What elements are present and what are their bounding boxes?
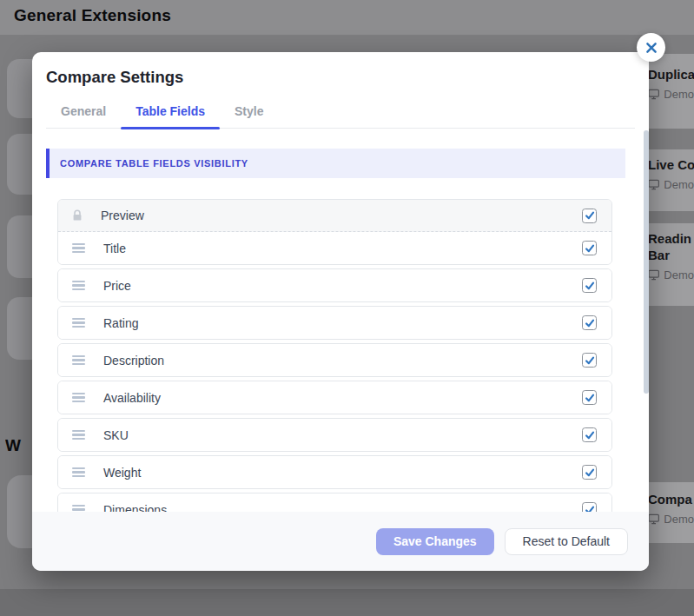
field-checkbox[interactable] [582, 315, 597, 330]
field-checkbox[interactable] [582, 241, 597, 255]
field-card: SKU [57, 418, 612, 452]
modal-title: Compare Settings [32, 52, 649, 97]
field-row-weight[interactable]: Weight [58, 456, 611, 488]
field-checkbox[interactable] [582, 353, 597, 368]
checkmark-icon [585, 243, 595, 254]
background-card-title: Duplica [648, 66, 694, 83]
field-row-sku[interactable]: SKU [58, 419, 611, 451]
checkmark-icon [585, 430, 595, 440]
field-row-price[interactable]: Price [58, 269, 611, 301]
field-checkbox[interactable] [582, 278, 597, 293]
section-banner-label: COMPARE TABLE FIELDS VISIBILITY [60, 158, 248, 169]
field-label: Rating [103, 316, 582, 330]
tab-bar: General Table Fields Style [46, 97, 635, 129]
drag-handle-icon[interactable] [72, 355, 85, 365]
field-row-availability[interactable]: Availability [58, 381, 611, 414]
compare-settings-modal: Compare Settings General Table Fields St… [32, 52, 649, 571]
background-card-demo: Demo [648, 268, 694, 282]
monitor-icon [648, 513, 659, 525]
field-card: Description [57, 343, 612, 377]
demo-label: Demo [664, 513, 694, 526]
background-card-title: Compa [648, 491, 694, 507]
field-checkbox[interactable] [582, 390, 597, 405]
background-card: Live CoDemo [647, 149, 694, 211]
section-banner: COMPARE TABLE FIELDS VISIBILITY [46, 149, 625, 178]
field-checkbox[interactable] [582, 427, 597, 442]
field-row-rating[interactable]: Rating [58, 307, 611, 339]
checkmark-icon [585, 318, 595, 328]
background-card: CompaDemo [647, 482, 694, 543]
field-label: SKU [103, 428, 582, 442]
reset-to-default-button[interactable]: Reset to Default [505, 528, 628, 555]
tab-table-fields[interactable]: Table Fields [121, 97, 220, 128]
save-changes-button[interactable]: Save Changes [376, 528, 494, 555]
drag-handle-icon[interactable] [72, 243, 85, 253]
background-card: DuplicaDemo [647, 54, 694, 129]
background-card-demo: Demo [648, 513, 694, 526]
demo-label: Demo [664, 178, 694, 191]
field-label: Preview [101, 209, 582, 222]
close-button[interactable] [637, 33, 665, 62]
demo-label: Demo [664, 268, 694, 282]
drag-handle-icon[interactable] [72, 467, 85, 477]
field-label: Price [103, 279, 582, 293]
page-section-heading: W [5, 436, 33, 455]
field-label: Availability [103, 391, 582, 405]
checkmark-icon [585, 393, 595, 403]
monitor-icon [648, 179, 659, 190]
page-footer-band [0, 589, 694, 616]
checkmark-icon [585, 281, 595, 291]
fields-list: PreviewTitlePriceRatingDescriptionAvaila… [57, 199, 612, 527]
tab-style[interactable]: Style [220, 97, 278, 128]
field-card: Price [57, 268, 612, 302]
field-label: Description [103, 354, 582, 368]
field-checkbox[interactable] [582, 209, 597, 223]
background-card-title: Readin Bar [648, 230, 694, 263]
drag-handle-icon[interactable] [72, 281, 85, 290]
monitor-icon [648, 269, 659, 281]
field-row-preview[interactable]: Preview [58, 200, 611, 232]
field-card: Rating [57, 306, 612, 340]
scrollbar-thumb[interactable] [644, 130, 649, 394]
field-row-description[interactable]: Description [58, 344, 611, 376]
lock-icon [72, 209, 83, 222]
tab-general[interactable]: General [46, 97, 121, 128]
field-row-title[interactable]: Title [58, 232, 611, 264]
field-card: PreviewTitle [57, 199, 612, 265]
modal-footer: Save Changes Reset to Default [32, 512, 649, 571]
close-icon [645, 42, 658, 54]
checkmark-icon [585, 355, 595, 366]
field-card: Weight [57, 455, 612, 489]
background-card-demo: Demo [648, 88, 694, 101]
drag-handle-icon[interactable] [72, 430, 85, 440]
demo-label: Demo [664, 88, 694, 101]
background-card: Readin BarDemo [647, 223, 694, 306]
field-card: Availability [57, 381, 612, 414]
checkmark-icon [585, 210, 595, 221]
field-label: Weight [103, 466, 582, 480]
background-card-title: Live Co [648, 156, 694, 173]
drag-handle-icon[interactable] [72, 318, 85, 328]
drag-handle-icon[interactable] [72, 393, 85, 402]
monitor-icon [648, 89, 659, 100]
page-title: General Extensions [14, 6, 171, 25]
field-checkbox[interactable] [582, 465, 597, 480]
checkmark-icon [585, 467, 595, 478]
field-label: Title [103, 242, 582, 255]
background-card-demo: Demo [648, 178, 694, 191]
